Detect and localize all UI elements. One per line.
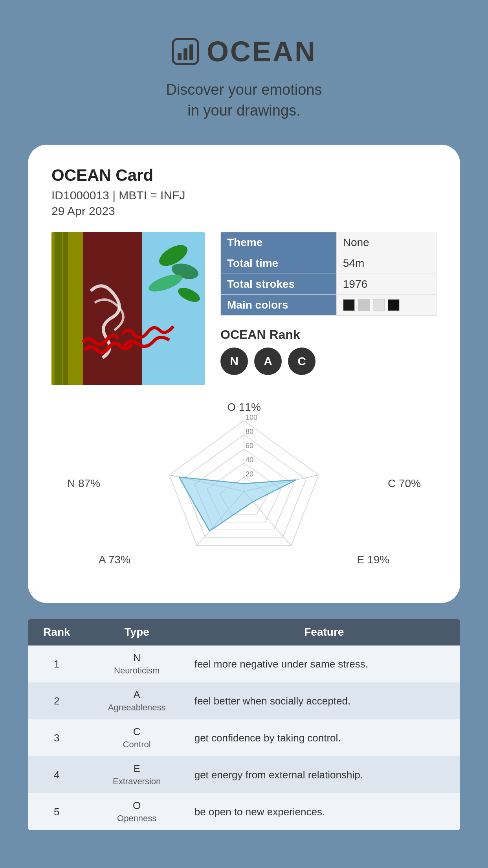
cell-feature: feel more negative under same stress. — [188, 645, 460, 682]
info-section: Theme None Total time 54m Total strokes … — [51, 232, 437, 385]
color-swatch-1 — [343, 299, 355, 311]
table-row: 5 OOpenness be open to new experiences. — [28, 793, 460, 830]
data-table: Rank Type Feature 1 NNeuroticism feel mo… — [28, 619, 460, 830]
col-rank: Rank — [28, 619, 86, 645]
table-header-row: Rank Type Feature — [28, 619, 460, 645]
rank-label: OCEAN Rank — [220, 327, 437, 342]
info-right: Theme None Total time 54m Total strokes … — [220, 232, 437, 375]
cell-type: OOpenness — [86, 793, 188, 830]
rank-badge-c: C — [288, 348, 316, 375]
table-row: 1 NNeuroticism feel more negative under … — [28, 645, 460, 682]
cell-type: CControl — [86, 719, 188, 756]
svg-rect-1 — [178, 53, 182, 60]
radar-label-e: E 19% — [357, 554, 390, 566]
cell-rank: 1 — [28, 645, 86, 682]
card-id-mbti: ID1000013 | MBTI = INFJ — [51, 189, 437, 202]
drawing-image — [51, 232, 205, 385]
rank-badge-a: A — [254, 348, 282, 375]
header: OCEAN Discover your emotionsin your draw… — [166, 0, 322, 145]
app-subtitle: Discover your emotionsin your drawings. — [166, 79, 322, 121]
col-feature: Feature — [188, 619, 460, 645]
bar-chart-icon — [171, 37, 200, 66]
app-title: OCEAN — [207, 35, 317, 68]
label-strokes: Total strokes — [221, 274, 337, 295]
table-row: 2 AAgreeableness feel better when social… — [28, 682, 460, 719]
cell-type: NNeuroticism — [86, 645, 188, 682]
label-colors: Main colors — [221, 295, 337, 316]
colors-row — [343, 299, 430, 311]
cell-rank: 4 — [28, 756, 86, 793]
color-swatch-4 — [388, 299, 400, 311]
rank-badges: N A C — [220, 348, 437, 375]
svg-rect-2 — [183, 48, 187, 60]
svg-text:40: 40 — [246, 456, 253, 464]
table-row: 4 EExtraversion get energy from external… — [28, 756, 460, 793]
table-row: 3 CControl get confidence by taking cont… — [28, 719, 460, 756]
rank-badge-n: N — [220, 348, 248, 375]
value-time: 54m — [336, 253, 436, 274]
cell-rank: 2 — [28, 682, 86, 719]
rank-section: OCEAN Rank N A C — [220, 327, 437, 375]
cell-rank: 3 — [28, 719, 86, 756]
col-type: Type — [86, 619, 188, 645]
card-date: 29 Apr 2023 — [51, 204, 437, 218]
info-row-strokes: Total strokes 1976 — [221, 274, 437, 295]
label-time: Total time — [221, 253, 337, 274]
svg-text:20: 20 — [246, 470, 253, 478]
value-theme: None — [336, 232, 436, 253]
radar-chart: 100 80 60 40 20 — [154, 409, 334, 558]
radar-label-c: C 70% — [388, 477, 421, 490]
radar-label-n: N 87% — [67, 477, 100, 490]
color-swatch-2 — [358, 299, 370, 311]
cell-feature: be open to new experiences. — [188, 793, 460, 830]
info-table: Theme None Total time 54m Total strokes … — [220, 232, 437, 316]
card-title: OCEAN Card — [51, 166, 437, 185]
svg-text:80: 80 — [246, 428, 253, 436]
app-title-row: OCEAN — [171, 35, 317, 68]
cell-type: AAgreeableness — [86, 682, 188, 719]
value-strokes: 1976 — [336, 274, 436, 295]
info-row-colors: Main colors — [221, 295, 437, 316]
radar-section: O 11% N 87% C 70% A 73% E 19% 100 80 60 … — [51, 401, 437, 566]
radar-label-a: A 73% — [99, 554, 130, 566]
radar-label-o: O 11% — [227, 401, 261, 414]
info-row-time: Total time 54m — [221, 253, 437, 274]
radar-polygon — [179, 477, 296, 531]
svg-text:100: 100 — [246, 414, 257, 421]
svg-rect-5 — [83, 232, 142, 385]
value-colors — [336, 295, 436, 316]
cell-feature: get energy from external relationship. — [188, 756, 460, 793]
svg-rect-12 — [63, 232, 68, 385]
svg-rect-11 — [55, 232, 62, 385]
cell-type: EExtraversion — [86, 756, 188, 793]
svg-text:60: 60 — [246, 442, 253, 450]
color-swatch-3 — [373, 299, 385, 311]
data-table-container: Rank Type Feature 1 NNeuroticism feel mo… — [28, 619, 460, 830]
cell-rank: 5 — [28, 793, 86, 830]
cell-feature: get confidence by taking control. — [188, 719, 460, 756]
label-theme: Theme — [221, 232, 337, 253]
cell-feature: feel better when socially accepted. — [188, 682, 460, 719]
ocean-card: OCEAN Card ID1000013 | MBTI = INFJ 29 Ap… — [28, 145, 460, 603]
svg-rect-3 — [189, 44, 193, 60]
info-row-theme: Theme None — [221, 232, 437, 253]
drawing-svg — [51, 232, 205, 385]
